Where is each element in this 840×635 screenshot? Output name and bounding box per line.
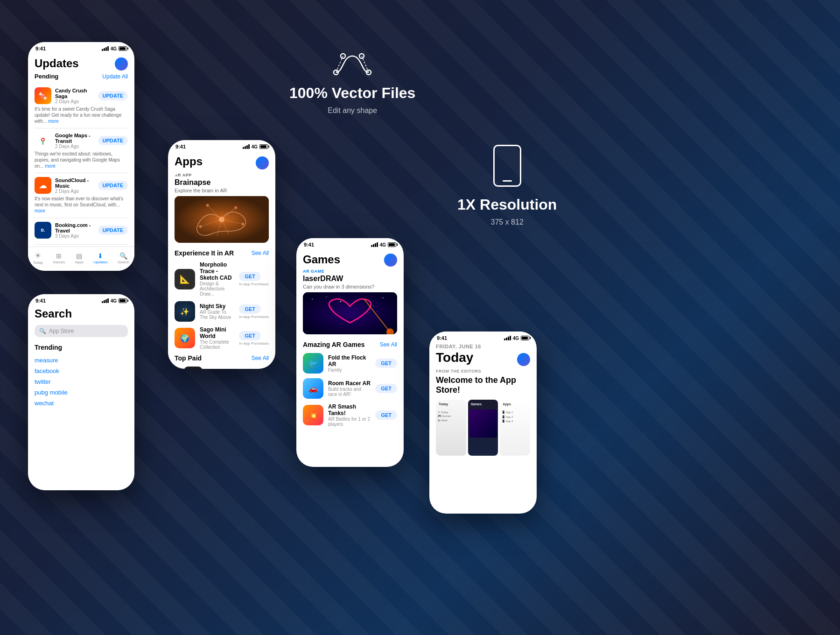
sago-sub: The Complete Collection: [200, 339, 234, 350]
ar-app-nightsky: ✨ Night Sky AR Guide To The Sky Above GE…: [175, 301, 269, 322]
svg-point-15: [312, 299, 313, 300]
roomracer-get-button[interactable]: GET: [375, 384, 397, 393]
gmaps-icon: [35, 132, 51, 149]
network-type-games: 4G: [380, 242, 386, 247]
svg-point-19: [373, 306, 374, 307]
sago-get-button[interactable]: GET: [239, 331, 261, 340]
ar-see-all[interactable]: See All: [252, 250, 269, 256]
soundcloud-name: SoundCloud - Music: [55, 177, 94, 189]
sago-info: Sago Mini World The Complete Collection: [200, 326, 234, 350]
gmaps-more-link[interactable]: more: [45, 163, 56, 169]
soundcloud-date: 2 Days Ago: [55, 189, 94, 194]
trending-facebook[interactable]: facebook: [35, 366, 128, 376]
arsmash-get-button[interactable]: GET: [375, 410, 397, 420]
candy-more-link[interactable]: more: [48, 119, 59, 124]
avatar-today: [517, 353, 530, 366]
avatar-apps: [256, 156, 269, 169]
fold-icon: 🐦: [303, 353, 323, 374]
ar-games-see-all[interactable]: See All: [380, 341, 397, 348]
nightsky-sub: AR Guide To The Sky Above: [200, 310, 234, 320]
editors-label: From The Editors: [436, 369, 530, 374]
nightsky-get-button[interactable]: GET: [239, 304, 261, 314]
morpholio-info: Morpholio Trace - Sketch CAD Design & Ar…: [200, 261, 234, 296]
pending-label: Pending: [35, 73, 58, 80]
booking-date: 3 Days Ago: [55, 233, 94, 239]
tab-games-icon: ⊞: [56, 252, 62, 260]
morpholio-get-button[interactable]: GET: [239, 272, 261, 281]
tab-today-icon: ☀: [35, 251, 41, 260]
updates-screen: Updates Pending Update All 🍬 Candy Crush…: [28, 55, 134, 245]
tab-updates-active[interactable]: ⬇ Updates: [94, 252, 108, 264]
tab-updates-icon: ⬇: [98, 252, 103, 260]
gmaps-name: Google Maps - Transit: [55, 133, 94, 144]
search-title: Search: [35, 307, 128, 320]
status-bar-apps: 9:41 4G: [168, 140, 275, 151]
paid-app-dslr: 1 📷 DSLR Camera for iPhone Photo & Video…: [175, 367, 269, 369]
featured-name: Brainapse: [175, 178, 269, 187]
status-indicators-games: 4G: [371, 242, 396, 247]
avatar-updates: [115, 57, 128, 71]
update-all-button[interactable]: Update All: [102, 73, 128, 80]
updates-title: Updates: [35, 57, 79, 70]
top-paid-see-all[interactable]: See All: [252, 355, 269, 361]
gmaps-date: 2 Days Ago: [55, 144, 94, 149]
tab-apps[interactable]: ▤ Apps: [75, 252, 84, 264]
ar-section-title: Experience It in AR: [175, 249, 234, 257]
search-bar[interactable]: 🔍 App Store: [35, 325, 128, 337]
update-item-gmaps: Google Maps - Transit 2 Days Ago UPDATE …: [35, 128, 128, 173]
phone-updates-mockup: 9:41 4G Updates Pending Update All 🍬: [28, 42, 134, 271]
tab-games[interactable]: ⊞ Games: [53, 252, 65, 264]
signal-bars-search: [102, 298, 109, 303]
resolution-subtitle: 375 x 812: [457, 218, 557, 226]
tab-updates-label: Updates: [94, 260, 108, 264]
soundcloud-info: SoundCloud - Music 2 Days Ago: [55, 177, 94, 194]
phone-today-mockup: 9:41 4G Friday, June 16 Today From The E…: [429, 332, 537, 514]
tab-search[interactable]: 🔍 Search: [118, 252, 129, 264]
svg-point-12: [199, 225, 202, 228]
update-item-candy: 🍬 Candy Crush Saga 2 Days Ago UPDATE It'…: [35, 84, 128, 128]
soundcloud-icon: ☁: [35, 177, 51, 194]
dslr-info: DSLR Camera for iPhone Photo & Video: [206, 368, 245, 369]
trending-measure[interactable]: measure: [35, 355, 128, 366]
network-type-search: 4G: [111, 298, 117, 303]
featured-game-card: AR GAME laserDRAW Can you draw in 3 dime…: [303, 269, 397, 334]
soundcloud-more-link[interactable]: more: [35, 208, 45, 213]
search-bar-placeholder: App Store: [49, 328, 74, 334]
preview-screen-games: Games: [468, 400, 498, 456]
morpholio-in-app: In-App Purchases: [239, 282, 269, 286]
sago-in-app: In-App Purchases: [239, 341, 269, 346]
soundcloud-update-button[interactable]: UPDATE: [98, 181, 128, 190]
featured-sub: Explore the brain in AR: [175, 188, 269, 193]
svg-point-10: [206, 204, 209, 207]
fold-name: Fold the Flock AR: [328, 354, 371, 367]
games-featured-sub: Can you draw in 3 dimensions?: [303, 284, 397, 289]
resolution-title: 1X Resolution: [457, 196, 557, 213]
vector-files-title: 100% Vector Files: [289, 85, 415, 102]
trending-pubg[interactable]: pubg mobile: [35, 387, 128, 398]
ar-app-sago: 🌍 Sago Mini World The Complete Collectio…: [175, 326, 269, 350]
candy-update-button[interactable]: UPDATE: [98, 91, 128, 100]
fold-get-button[interactable]: GET: [375, 359, 397, 368]
tab-search-label: Search: [118, 260, 129, 264]
gmaps-info: Google Maps - Transit 2 Days Ago: [55, 133, 94, 149]
soundcloud-desc: It's now easier than ever to discover wh…: [35, 196, 128, 214]
trending-twitter[interactable]: twitter: [35, 376, 128, 387]
tab-games-label: Games: [53, 260, 65, 264]
games-featured-name: laserDRAW: [303, 275, 397, 283]
booking-update-button[interactable]: UPDATE: [98, 226, 128, 235]
tab-today[interactable]: ☀ Today: [33, 251, 43, 265]
trending-wechat[interactable]: wechat: [35, 398, 128, 409]
signal-bars-apps: [243, 144, 250, 149]
battery-icon-today: [521, 336, 529, 340]
status-indicators: 4G: [102, 46, 127, 51]
gmaps-update-button[interactable]: UPDATE: [98, 136, 128, 145]
sago-icon: 🌍: [175, 328, 195, 348]
svg-point-7: [42, 139, 44, 141]
arsmash-sub: AR Battles for 1 or 2 players: [328, 416, 371, 427]
featured-brainapse-card: AR APP Brainapse Explore the brain in AR: [175, 173, 269, 243]
today-screens-preview: Today ☀ Today🎮 Games▤ Apps Games Apps 📱 …: [436, 400, 530, 456]
featured-badge: AR APP: [175, 173, 269, 177]
status-bar-today: 9:41 4G: [429, 332, 537, 343]
candy-crush-icon: 🍬: [35, 87, 51, 104]
status-indicators-today: 4G: [504, 336, 529, 341]
